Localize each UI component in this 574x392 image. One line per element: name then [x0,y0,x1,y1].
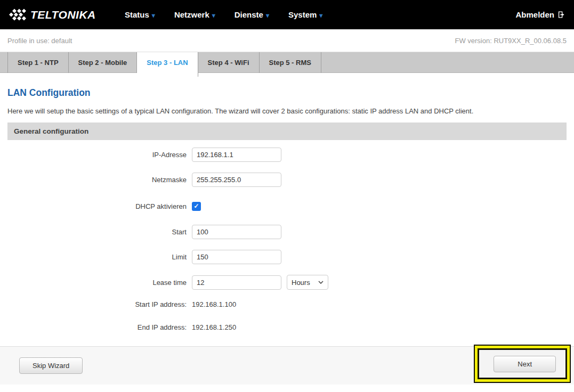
brand-name: TELTONIKA [30,9,96,21]
checkmark-icon: ✓ [193,202,199,210]
start-ip-label: Start IP address: [7,300,192,308]
teltonika-diamonds-icon [9,7,28,22]
chevron-down-icon: ▾ [266,11,269,19]
page-title: LAN Configuration [7,87,567,99]
dhcp-enable-checkbox[interactable]: ✓ [192,202,201,211]
next-button-highlight-inner: Next [478,348,567,379]
dhcp-limit-input[interactable] [192,250,281,264]
menu-dienste[interactable]: Dienste ▾ [235,10,269,19]
end-ip-label: End IP address: [7,323,192,331]
menu-netzwerk[interactable]: Netzwerk ▾ [174,10,215,19]
menu-status[interactable]: Status ▾ [125,10,155,19]
end-ip-row: End IP address: 192.168.1.250 [7,323,567,331]
tab-step-4-wifi[interactable]: Step 4 - WiFi [198,52,260,73]
ip-address-row: IP-Adresse [7,148,567,162]
logout-icon [557,11,565,19]
menu-status-label: Status [125,10,149,19]
lease-time-row: Lease time Hours [7,275,567,290]
top-navigation-bar: TELTONIKA Status ▾ Netzwerk ▾ Dienste ▾ … [0,0,574,29]
main-content: LAN Configuration Here we will setup the… [0,87,574,331]
teltonika-logo: TELTONIKA [9,7,125,22]
next-button[interactable]: Next [494,356,556,372]
start-ip-row: Start IP address: 192.168.1.100 [7,300,567,308]
menu-netzwerk-label: Netzwerk [174,10,209,19]
chevron-down-icon: ▾ [212,11,215,19]
main-menu: Status ▾ Netzwerk ▾ Dienste ▾ System ▾ [125,10,322,19]
logout-label: Abmelden [515,10,554,19]
dhcp-limit-label: Limit [7,253,192,261]
netmask-label: Netzmaske [7,176,192,184]
lease-time-label: Lease time [7,279,192,287]
ip-address-input[interactable] [192,148,281,162]
menu-dienste-label: Dienste [235,10,263,19]
dhcp-enable-row: DHCP aktivieren ✓ [7,202,567,211]
lease-time-input[interactable] [192,275,281,290]
lease-time-unit-value: Hours [292,279,310,287]
dhcp-start-label: Start [7,228,192,236]
dhcp-start-row: Start [7,225,567,239]
tab-step-5-rms[interactable]: Step 5 - RMS [260,52,321,73]
chevron-down-icon: ▾ [319,11,322,19]
fw-version: FW version: RUT9XX_R_00.06.08.5 [455,37,567,45]
netmask-input[interactable] [192,173,281,187]
ip-address-label: IP-Adresse [7,151,192,159]
menu-system[interactable]: System ▾ [288,10,322,19]
tab-step-1-ntp[interactable]: Step 1 - NTP [7,52,69,73]
profile-in-use: Profile in use: default [7,37,72,45]
wizard-tabstrip: Step 1 - NTP Step 2 - Mobile Step 3 - LA… [0,52,574,73]
logout-button[interactable]: Abmelden [515,10,565,19]
section-header-general-configuration: General configuration [7,123,567,140]
dhcp-limit-row: Limit [7,250,567,264]
lease-time-unit-select[interactable]: Hours [287,275,328,290]
tab-step-3-lan[interactable]: Step 3 - LAN [137,52,198,77]
menu-system-label: System [288,10,317,19]
page-description: Here we will setup the basic settings of… [7,107,567,115]
chevron-down-icon: ▾ [152,11,155,19]
dhcp-enable-label: DHCP aktivieren [7,202,192,210]
select-chevron-icon [318,281,324,284]
end-ip-value: 192.168.1.250 [192,323,236,331]
wizard-footer: Skip Wizard Next [0,346,574,385]
dhcp-start-input[interactable] [192,225,281,239]
info-bar: Profile in use: default FW version: RUT9… [0,29,574,52]
netmask-row: Netzmaske [7,173,567,187]
next-button-highlight-box: Next [474,345,571,383]
tab-step-2-mobile[interactable]: Step 2 - Mobile [69,52,138,73]
start-ip-value: 192.168.1.100 [192,300,236,308]
skip-wizard-button[interactable]: Skip Wizard [19,357,83,374]
